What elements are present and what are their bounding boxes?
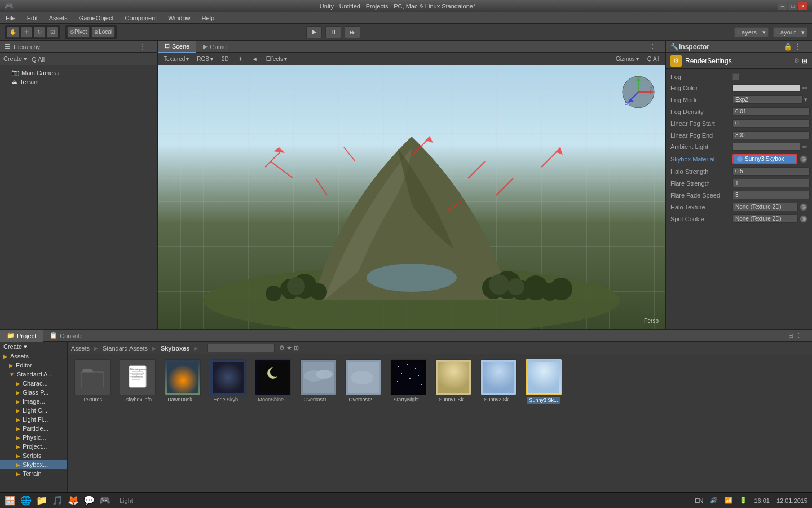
ie-icon[interactable]: 🌐	[20, 495, 32, 506]
project-search-input[interactable]	[207, 344, 275, 352]
view-2d-button[interactable]: 2D	[219, 55, 232, 63]
asset-sunny3[interactable]: Sunny3 Sk...	[523, 359, 564, 488]
project-expand-icon[interactable]: ⊞	[294, 344, 299, 352]
sidebar-image[interactable]: ▶ Image...	[0, 397, 67, 406]
battery-icon[interactable]: 🔋	[739, 497, 747, 504]
sidebar-light-c[interactable]: ▶ Light C...	[0, 406, 67, 415]
hierarchy-minimize-icon[interactable]: ─	[148, 43, 153, 51]
speaker-icon[interactable]: 🔊	[710, 497, 718, 504]
asset-dawndusk[interactable]: DawnDusk ...	[162, 359, 203, 488]
inspector-menu-icon[interactable]: ⋮	[794, 43, 801, 51]
hierarchy-item-terrain[interactable]: ⛰ Terrain	[9, 77, 155, 86]
tab-project[interactable]: 📁 Project	[0, 330, 43, 342]
menu-help[interactable]: Help	[199, 14, 217, 23]
menu-edit[interactable]: Edit	[25, 14, 40, 23]
sidebar-editor[interactable]: ▶ Editor	[0, 361, 67, 370]
axis-gizmo[interactable]: Y X Z	[620, 74, 657, 111]
fog-mode-expand[interactable]: ▾	[804, 96, 807, 103]
ambient-light-eyedropper[interactable]: ✏	[802, 143, 807, 151]
ambient-light-swatch[interactable]	[732, 143, 800, 151]
browser-icon[interactable]: 🦊	[68, 495, 79, 506]
close-button[interactable]: ✕	[798, 2, 807, 10]
project-menu-icon[interactable]: ⋮	[796, 332, 802, 339]
sidebar-create[interactable]: Create ▾	[0, 342, 67, 352]
tab-game[interactable]: ▶ Game	[196, 41, 233, 53]
asset-eerie[interactable]: Eerie Skyb...	[208, 359, 248, 488]
spot-cookie-select[interactable]: ◎	[800, 215, 807, 223]
sidebar-glass[interactable]: ▶ Glass P...	[0, 388, 67, 397]
move-tool[interactable]: ✛	[21, 27, 32, 38]
render-mode-dropdown[interactable]: Textured▾	[161, 55, 191, 63]
linear-fog-end-input[interactable]	[732, 131, 810, 139]
gizmos-dropdown[interactable]: Gizmos▾	[614, 55, 641, 63]
halo-strength-input[interactable]	[732, 167, 810, 176]
rotate-tool[interactable]: ↻	[34, 27, 45, 38]
network-icon[interactable]: 📶	[725, 497, 732, 504]
halo-texture-value[interactable]: None (Texture 2D)	[732, 203, 798, 211]
hand-tool[interactable]: ✋	[7, 27, 19, 38]
tab-scene[interactable]: ⊞ Scene	[158, 41, 196, 53]
skybox-select-button[interactable]: ◎	[800, 155, 807, 163]
audio-icon[interactable]: ◄	[249, 55, 261, 63]
menu-gameobject[interactable]: GameObject	[77, 14, 116, 23]
scene-panel-min[interactable]: ─	[657, 43, 662, 50]
chat-icon[interactable]: 💬	[83, 495, 95, 506]
sidebar-characters[interactable]: ▶ Charac...	[0, 379, 67, 388]
project-star-icon[interactable]: ★	[286, 344, 292, 352]
sidebar-project[interactable]: ▶ Project...	[0, 442, 67, 451]
minimize-button[interactable]: ─	[778, 2, 787, 10]
fog-density-input[interactable]	[732, 107, 810, 116]
windows-icon[interactable]: 🪟	[5, 495, 16, 506]
asset-moonshine[interactable]: MoonShine...	[253, 359, 293, 488]
scale-tool[interactable]: ⊡	[47, 27, 58, 38]
asset-textures[interactable]: Textures	[72, 359, 113, 488]
fog-checkbox[interactable]	[732, 73, 739, 80]
halo-texture-select[interactable]: ◎	[800, 203, 807, 211]
scene-panel-menu[interactable]: ⋮	[650, 43, 656, 50]
breadcrumb-skyboxes[interactable]: Skyboxes	[161, 345, 189, 352]
sidebar-skyboxes[interactable]: ▶ Skybox...	[0, 460, 67, 469]
flare-strength-input[interactable]	[732, 179, 810, 187]
sidebar-standard-assets[interactable]: ▼ Standard A...	[0, 370, 67, 379]
layout-dropdown[interactable]: Layout ▾	[773, 27, 807, 37]
fog-color-eyedropper[interactable]: ✏	[802, 85, 807, 92]
project-settings-icon[interactable]: ⚙	[279, 344, 285, 352]
linear-fog-start-input[interactable]	[732, 119, 810, 128]
hierarchy-create-button[interactable]: Create ▾	[3, 55, 27, 63]
fog-mode-dropdown[interactable]: Exp2	[732, 95, 803, 104]
asset-overcast2[interactable]: Overcast2 ...	[343, 359, 383, 488]
sidebar-light-fl[interactable]: ▶ Light Fl...	[0, 415, 67, 424]
inspector-lock-icon[interactable]: 🔒	[784, 43, 792, 51]
spot-cookie-value[interactable]: None (Texture 2D)	[732, 214, 798, 223]
local-button[interactable]: ⊕ Local	[91, 27, 115, 38]
asset-starry[interactable]: StarryNight...	[388, 359, 429, 488]
color-space-dropdown[interactable]: RGB▾	[195, 55, 215, 63]
media-icon[interactable]: 🎵	[52, 495, 63, 506]
menu-file[interactable]: File	[3, 14, 18, 23]
hierarchy-menu-icon[interactable]: ⋮	[139, 43, 146, 51]
unity-icon[interactable]: 🎮	[99, 495, 111, 506]
hierarchy-search-all[interactable]: Q All	[32, 56, 45, 63]
persp-label[interactable]: Persp	[644, 318, 659, 324]
menu-window[interactable]: Window	[166, 14, 192, 23]
sidebar-physic[interactable]: ▶ Physic...	[0, 433, 67, 442]
fog-color-swatch[interactable]	[732, 84, 800, 92]
layers-dropdown[interactable]: Layers ▾	[734, 27, 769, 37]
skybox-material-value[interactable]: Sunny3 Skybox	[732, 154, 797, 164]
sun-icon[interactable]: ☀	[235, 55, 246, 63]
component-gear-icon[interactable]: ⚙	[794, 57, 800, 65]
pivot-button[interactable]: ⊙ Pivot	[67, 27, 90, 38]
project-minimize-icon[interactable]: ─	[804, 332, 809, 339]
sidebar-assets[interactable]: ▶ Assets	[0, 352, 67, 361]
play-button[interactable]: ▶	[306, 26, 322, 38]
breadcrumb-assets[interactable]: Assets	[71, 345, 90, 352]
sidebar-terrain[interactable]: ▶ Terrain	[0, 469, 67, 478]
component-expand-icon[interactable]: ⊞	[802, 57, 807, 65]
tab-console[interactable]: 📋 Console	[43, 330, 89, 342]
scene-viewport[interactable]: Y X Z Persp	[158, 65, 665, 329]
asset-sunny2[interactable]: Sunny2 Sk...	[478, 359, 519, 488]
inspector-minimize-icon[interactable]: ─	[802, 43, 807, 51]
folder-icon[interactable]: 📁	[36, 495, 47, 506]
sidebar-particle[interactable]: ▶ Particle...	[0, 424, 67, 433]
flare-fade-speed-input[interactable]	[732, 191, 810, 199]
